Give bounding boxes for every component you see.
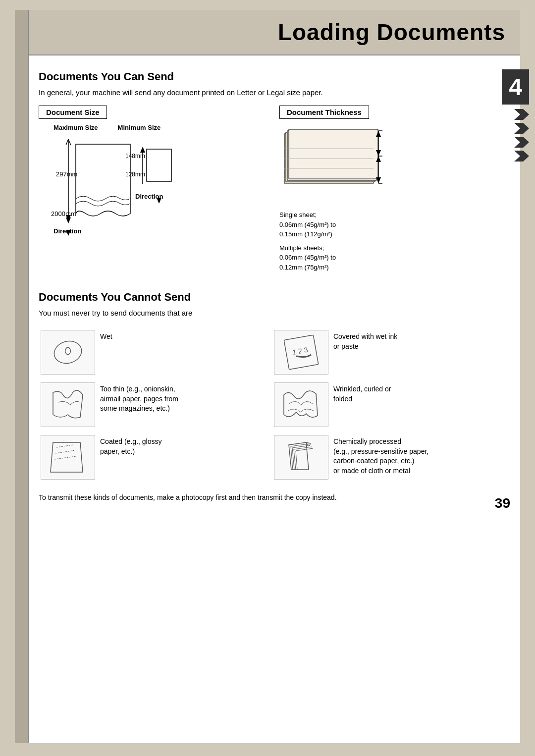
page-header: Loading Documents [15, 10, 520, 55]
section1-heading: Documents You Can Send [39, 70, 505, 83]
multiple-sheets-spec2: 0.12mm (75g/m²) [279, 264, 329, 271]
doc-size-label: Document Size [39, 106, 107, 119]
cannot-item-wet: Wet [39, 326, 272, 378]
section2-heading: Documents You Cannot Send [39, 291, 505, 304]
doc-thickness-diagram [279, 124, 438, 203]
cannot-img-wet [41, 330, 95, 375]
cannot-item-coated: Coated (e.g., glossypaper, etc.) [39, 431, 272, 484]
single-sheet-label: Single sheet; [279, 211, 317, 218]
doc-size-section: Document Size Maximum Size Minimum Size … [39, 106, 265, 245]
min-size-label: Minimum Size [118, 124, 161, 131]
transmit-note: To transmit these kinds of documents, ma… [39, 493, 505, 501]
thickness-info: Single sheet; 0.06mm (45g/m²) to 0.15mm … [279, 210, 505, 272]
chapter-tab: 4 [502, 69, 529, 105]
doc-thickness-section: Document Thickness [279, 106, 505, 276]
svg-marker-16 [157, 198, 161, 204]
svg-text:128mm: 128mm [125, 171, 145, 178]
section1-intro: In general, your machine will send any d… [39, 88, 505, 97]
cannot-img-wetink: 1 2 3 [274, 330, 328, 375]
svg-text:148mm: 148mm [125, 153, 145, 160]
svg-point-33 [52, 338, 84, 367]
cannot-img-wrinkled [274, 382, 328, 427]
multiple-sheets-label: Multiple sheets; [279, 244, 324, 252]
page-content: Documents You Can Send In general, your … [29, 55, 520, 521]
svg-rect-20 [289, 129, 378, 179]
single-sheet-spec1: 0.06mm (45g/m²) to [279, 221, 336, 228]
max-size-label: Maximum Size [54, 124, 98, 131]
cannot-label-wrinkled: Wrinkled, curled orfolded [333, 382, 391, 404]
svg-text:297mm: 297mm [56, 170, 77, 178]
svg-rect-13 [147, 149, 171, 181]
doc-size-diagram: 297mm 2000mm Direction [39, 134, 177, 243]
cannot-label-wetink: Covered with wet inkor paste [333, 330, 397, 351]
cannot-label-wet: Wet [100, 330, 112, 342]
svg-text:2000mm: 2000mm [51, 210, 76, 217]
cannot-label-coated: Coated (e.g., glossypaper, etc.) [100, 435, 162, 456]
svg-marker-6 [66, 217, 71, 223]
single-sheet-spec2: 0.15mm (112g/m²) [279, 230, 332, 238]
svg-marker-10 [140, 147, 145, 153]
cannot-item-thin: Too thin (e.g., onionskin,airmail paper,… [39, 378, 272, 431]
page-title: Loading Documents [278, 19, 505, 45]
cannot-item-wrinkled: Wrinkled, curled orfolded [272, 378, 505, 431]
cannot-img-thin [41, 382, 95, 427]
doc-thickness-label: Document Thickness [279, 106, 369, 119]
cannot-item-chemical: Chemically processed(e.g., pressure-sens… [272, 431, 505, 484]
cannot-send-grid: Wet 1 2 3 Covered with wet inkor paste [39, 326, 505, 484]
cannot-item-wetink: 1 2 3 Covered with wet inkor paste [272, 326, 505, 378]
page-number: 39 [495, 495, 510, 511]
diagram-area: Document Size Maximum Size Minimum Size … [39, 106, 505, 276]
cannot-img-coated [41, 435, 95, 480]
multiple-sheets-spec1: 0.06mm (45g/m²) to [279, 254, 336, 261]
cannot-img-chemical [274, 435, 328, 480]
left-decorative-bar [15, 10, 29, 743]
cannot-label-thin: Too thin (e.g., onionskin,airmail paper,… [100, 382, 178, 414]
chapter-number: 4 [509, 74, 522, 100]
cannot-label-chemical: Chemically processed(e.g., pressure-sens… [333, 435, 428, 476]
svg-text:1 2 3: 1 2 3 [292, 346, 309, 356]
section2-intro: You must never try to send documents tha… [39, 309, 505, 317]
